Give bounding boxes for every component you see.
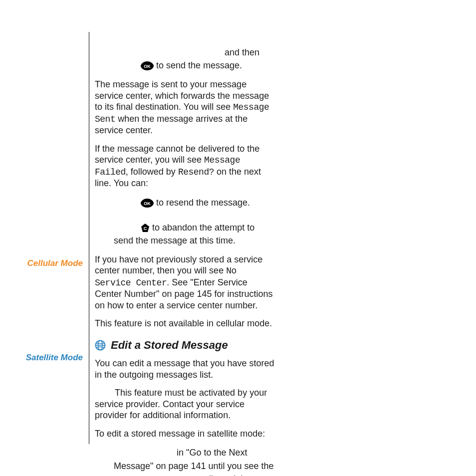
para-edit-intro: You can edit a message that you have sto… [95,358,274,380]
c-icon: C [141,224,150,233]
text: when the message arrives at the service … [95,114,247,136]
para-message-failed: If the message cannot be delivered to th… [95,143,274,189]
ok-icon: OK [141,199,154,208]
section-heading: Edit a Stored Message [95,338,274,352]
para-message-sent: The message is sent to your message serv… [95,79,274,136]
sidebar: Cellular Mode Satellite Mode [0,0,89,476]
text: and then [225,47,259,57]
text: to send the message. [154,60,242,70]
svg-text:C: C [144,226,147,231]
para-satellite-intro: To edit a stored message in satellite mo… [95,428,274,440]
vertical-rule [89,32,89,444]
para-activate-note: This feature must be activated by your s… [95,387,274,421]
status-resend: Resend? [178,167,214,177]
heading-text: Edit a Stored Message [111,338,228,352]
svg-text:OK: OK [144,201,151,206]
para-cellular-note: This feature is not available in cellula… [95,318,274,329]
text: to resend the message. [154,198,250,208]
step-1: in "Go to the Next Message" on page 141 … [95,446,274,476]
main-content: and then OK to send the message. The mes… [95,46,274,476]
globe-icon [95,340,106,351]
text: to abandon the attempt to send the messa… [114,223,254,245]
svg-text:OK: OK [144,64,151,69]
text: in "Go to the Next Message" on page 141 … [114,448,274,476]
sidebar-label-cellular: Cellular Mode [27,258,83,268]
bullet-abandon: C to abandon the attempt to send the mes… [95,221,274,247]
text: If you have not previously stored a serv… [95,254,262,276]
ok-icon: OK [141,61,154,70]
sidebar-label-satellite: Satellite Mode [26,352,83,363]
para-no-service-center: If you have not previously stored a serv… [95,254,274,311]
text: This feature must be activated by your s… [95,388,267,420]
bullet-resend: OK to resend the message. [95,196,274,209]
text: , followed by [126,167,178,177]
fragment-top: and then OK to send the message. [95,46,274,72]
